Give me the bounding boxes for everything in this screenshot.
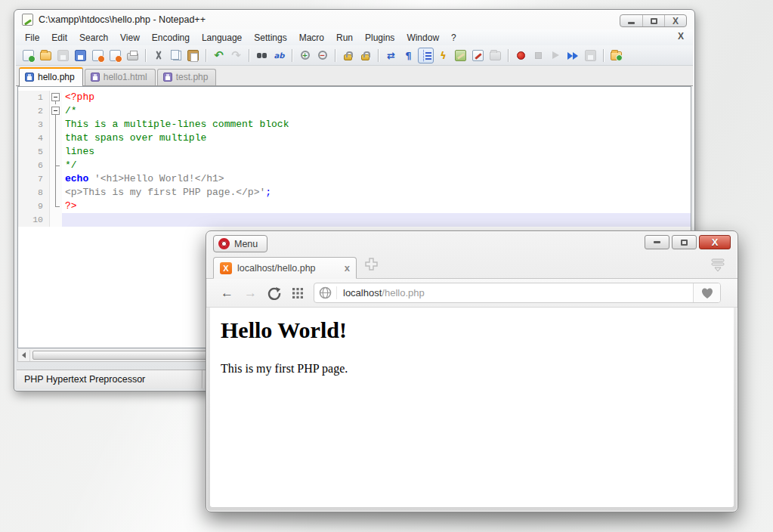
code-text[interactable]: */ — [62, 159, 691, 172]
tab-menu-button[interactable] — [710, 258, 725, 275]
back-button[interactable]: ← — [215, 286, 239, 301]
document-map-icon[interactable] — [453, 48, 468, 63]
url-text[interactable]: localhost/hello.php — [337, 287, 693, 298]
paste-icon[interactable] — [185, 48, 201, 63]
zoom-out-icon[interactable]: − — [314, 48, 330, 63]
cut-icon — [153, 50, 164, 61]
macro-record-icon[interactable] — [513, 48, 529, 63]
code-text[interactable]: that spans over multiple — [62, 131, 691, 145]
speed-dial-button[interactable] — [286, 288, 309, 298]
user-command-icon[interactable]: ϟ — [435, 48, 451, 63]
new-tab-button[interactable] — [365, 258, 378, 274]
close-all-icon[interactable] — [107, 48, 123, 63]
line-number: 5 — [18, 145, 50, 159]
notepadpp-window-controls: X — [620, 14, 687, 27]
menu-item-window[interactable]: Window — [400, 31, 445, 45]
code-text[interactable]: <?php — [62, 91, 691, 104]
current-line[interactable] — [62, 213, 691, 227]
npp-tab-hello-php[interactable]: hello.php — [19, 67, 83, 86]
opera-titlebar[interactable]: Menu X — [206, 231, 737, 255]
code-text[interactable]: echo '<h1>Hello World!</h1> — [62, 172, 691, 186]
close-icon: X — [673, 17, 679, 26]
sync-horizontal-scroll-icon[interactable] — [357, 48, 373, 63]
save-all-icon[interactable] — [73, 48, 88, 63]
menubar-close-icon[interactable]: X — [678, 31, 684, 42]
opera-menu-button[interactable]: Menu — [213, 235, 267, 252]
tab-close-icon[interactable]: x — [345, 262, 350, 274]
sync-vertical-scroll-icon[interactable] — [340, 48, 356, 63]
close-file-icon[interactable] — [90, 48, 106, 63]
macro-save-icon — [585, 50, 596, 61]
notepadpp-titlebar[interactable]: C:\xampp\htdocs\hello.php - Notepad++ — [14, 10, 694, 29]
toolbar-separator — [508, 49, 509, 62]
code-text[interactable]: <p>This is my first PHP page.</p>'; — [62, 186, 691, 200]
macro-run-multiple-icon[interactable] — [565, 48, 581, 63]
show-all-characters-icon: ¶ — [403, 50, 414, 61]
opera-window-controls: X — [645, 235, 731, 249]
word-wrap-icon[interactable]: ⇄ — [383, 48, 399, 63]
menu-item-file[interactable]: File — [19, 31, 45, 45]
open-file-icon[interactable] — [38, 48, 54, 63]
code-text[interactable]: This is a multiple-lines comment block — [62, 118, 691, 131]
minimize-button[interactable] — [620, 15, 642, 26]
copy-icon — [173, 51, 181, 60]
minimize-button[interactable] — [645, 235, 669, 249]
menu-item-macro[interactable]: Macro — [293, 31, 330, 45]
zoom-out-icon: − — [318, 51, 327, 60]
undo-icon[interactable]: ↶ — [211, 48, 227, 63]
site-globe-icon[interactable] — [314, 286, 337, 299]
menu-item-settings[interactable]: Settings — [248, 31, 292, 45]
code-segment: echo — [65, 173, 88, 184]
unsaved-document-icon — [163, 73, 172, 82]
npp-tab-test-php[interactable]: test.php — [157, 69, 217, 85]
npp-tab-hello1-html[interactable]: hello1.html — [85, 69, 156, 85]
show-indent-guide-icon[interactable] — [418, 48, 434, 63]
copy-icon[interactable] — [168, 48, 184, 63]
toolbar-separator — [603, 49, 604, 62]
scroll-left-arrow-icon[interactable] — [18, 350, 30, 361]
undo-icon: ↶ — [213, 50, 224, 61]
line-number: 8 — [18, 186, 50, 200]
close-button[interactable]: X — [664, 15, 686, 26]
show-all-characters-icon[interactable]: ¶ — [400, 48, 416, 63]
menu-item-search[interactable]: Search — [73, 31, 114, 45]
code-text[interactable]: ?> — [62, 200, 691, 213]
code-segment: <p>This is my first PHP page.</p>' — [65, 187, 265, 198]
menu-item-plugins[interactable]: Plugins — [359, 31, 400, 45]
saved-document-icon — [25, 73, 34, 82]
new-file-icon[interactable] — [20, 48, 36, 63]
cut-icon[interactable] — [150, 48, 166, 63]
tab-label: hello1.html — [104, 72, 147, 82]
document-switcher-icon[interactable] — [470, 48, 486, 63]
open-in-explorer-icon[interactable] — [608, 48, 624, 63]
maximize-button[interactable] — [642, 15, 664, 26]
maximize-button[interactable] — [672, 235, 697, 249]
menu-item-run[interactable]: Run — [330, 31, 359, 45]
menu-item-view[interactable]: View — [114, 31, 146, 45]
opera-tab-localhost[interactable]: X localhost/hello.php x — [213, 257, 357, 279]
print-icon[interactable] — [125, 48, 141, 63]
code-line-6: 6*/ — [18, 159, 691, 172]
address-bar[interactable]: localhost/hello.php — [314, 283, 721, 303]
code-text[interactable]: lines — [62, 145, 691, 159]
menu-item-edit[interactable]: Edit — [45, 31, 73, 45]
zoom-in-icon[interactable]: + — [297, 48, 313, 63]
reload-button[interactable] — [262, 286, 286, 300]
opera-window: Menu X X localhost/hello.php x ← → — [206, 230, 738, 512]
close-button[interactable]: X — [699, 235, 731, 249]
menu-item-language[interactable]: Language — [196, 31, 248, 45]
toolbar-separator — [292, 49, 292, 62]
find-icon[interactable] — [254, 48, 270, 63]
xampp-favicon: X — [220, 262, 232, 274]
menu-item-help[interactable]: ? — [445, 31, 462, 45]
replace-icon[interactable]: ab — [271, 48, 287, 63]
fold-collapse-icon[interactable] — [50, 91, 62, 104]
menu-item-encoding[interactable]: Encoding — [146, 31, 196, 45]
notepadpp-icon — [22, 14, 33, 26]
code-text[interactable]: /* — [62, 104, 691, 118]
opera-logo-icon — [218, 238, 230, 249]
fold-margin — [50, 172, 62, 186]
fold-collapse-icon[interactable] — [50, 104, 62, 118]
code-lines: 1<?php2/*3This is a multiple-lines comme… — [18, 91, 691, 227]
bookmark-button[interactable] — [693, 283, 720, 302]
